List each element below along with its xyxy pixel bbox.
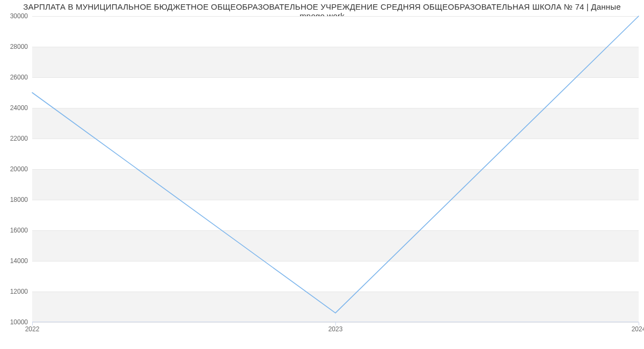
y-tick-label: 20000 [10, 165, 32, 173]
y-tick-label: 18000 [10, 196, 32, 203]
y-tick-label: 26000 [10, 74, 32, 81]
y-tick-label: 12000 [10, 288, 32, 295]
y-tick-label: 22000 [10, 135, 32, 142]
x-tick-label: 2023 [328, 322, 343, 333]
y-tick-label: 14000 [10, 257, 32, 265]
x-tick-label: 2022 [25, 322, 40, 333]
x-tick-label: 2024 [632, 322, 644, 333]
plot-area: 1000012000140001600018000200002200024000… [32, 16, 639, 322]
series-path [32, 16, 639, 313]
y-tick-label: 28000 [10, 43, 32, 50]
y-tick-label: 30000 [10, 12, 32, 20]
line-series [32, 16, 639, 322]
y-tick-label: 16000 [10, 227, 32, 234]
y-tick-label: 24000 [10, 104, 32, 112]
chart-container: ЗАРПЛАТА В МУНИЦИПАЛЬНОЕ БЮДЖЕТНОЕ ОБЩЕО… [0, 0, 644, 349]
